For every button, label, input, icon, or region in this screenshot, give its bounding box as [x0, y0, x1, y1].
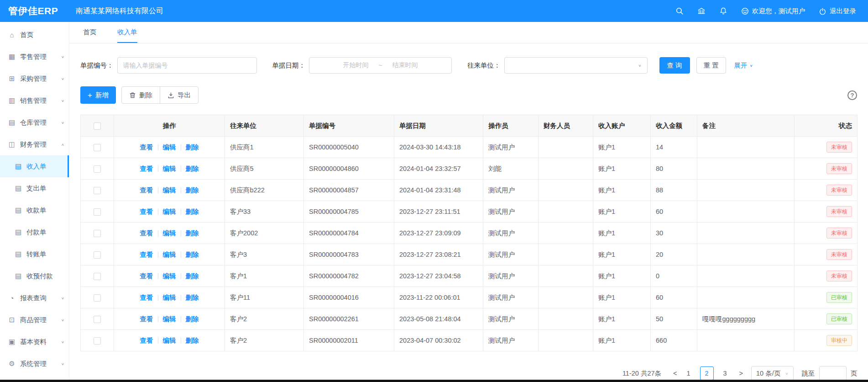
sidebar-item-advance-bill[interactable]: ▤ 收预付款 — [0, 265, 69, 287]
page-1-button[interactable]: 1 — [682, 366, 695, 380]
sidebar-item-goods-mgmt[interactable]: ⊡ 商品管理 ∨ — [0, 309, 69, 331]
delete-button[interactable]: 删除 — [121, 86, 160, 104]
sidebar-item-expense-bill[interactable]: ▤ 支出单 — [0, 177, 69, 199]
divider — [181, 144, 181, 150]
sidebar-item-receipt-bill[interactable]: ▤ 收款单 — [0, 199, 69, 221]
logout-button[interactable]: 退出登录 — [819, 7, 856, 16]
sidebar-item-label: 零售管理 — [20, 53, 61, 61]
row-checkbox[interactable] — [94, 273, 101, 280]
search-icon[interactable] — [675, 7, 684, 15]
delete-link[interactable]: 删除 — [186, 315, 199, 324]
bell-icon[interactable] — [719, 7, 727, 15]
edit-link[interactable]: 编辑 — [163, 207, 176, 216]
view-link[interactable]: 查看 — [140, 315, 153, 324]
delete-link[interactable]: 删除 — [186, 293, 199, 302]
sidebar-item-payment-bill[interactable]: ▤ 付款单 — [0, 221, 69, 243]
sidebar-item-income-bill[interactable]: ▤ 收入单 — [0, 155, 69, 177]
reset-button[interactable]: 重 置 — [696, 57, 726, 74]
edit-link[interactable]: 编辑 — [163, 143, 176, 152]
view-link[interactable]: 查看 — [140, 207, 153, 216]
welcome-user[interactable]: 欢迎您，测试用户 — [741, 7, 805, 16]
row-checkbox[interactable] — [94, 187, 101, 194]
delete-link[interactable]: 删除 — [186, 229, 199, 238]
cell-bill-no: SR00000004783 — [304, 244, 394, 265]
delete-link[interactable]: 删除 — [186, 207, 199, 216]
page-3-button[interactable]: 3 — [718, 366, 732, 380]
cell-bill-date: 2024-03-30 14:43:18 — [394, 137, 483, 158]
row-checkbox[interactable] — [94, 337, 101, 345]
status-badge: 未审核 — [826, 142, 852, 153]
export-button[interactable]: 导出 — [160, 86, 199, 104]
view-link[interactable]: 查看 — [140, 164, 153, 173]
view-link[interactable]: 查看 — [140, 186, 153, 195]
cell-finance-person — [539, 223, 593, 244]
edit-link[interactable]: 编辑 — [163, 336, 176, 345]
cell-bill-date: 2023-12-27 23:04:58 — [394, 265, 483, 287]
date-start-placeholder: 开始时间 — [343, 61, 368, 69]
download-icon — [167, 92, 174, 99]
col-finance-person: 财务人员 — [539, 115, 593, 137]
view-link[interactable]: 查看 — [140, 272, 153, 281]
sidebar-item-sales-mgmt[interactable]: ▥ 销售管理 ∨ — [0, 90, 69, 111]
row-checkbox[interactable] — [94, 208, 101, 216]
expand-filters-link[interactable]: 展开 ∨ — [734, 61, 753, 70]
sidebar-item-finance-mgmt[interactable]: ◫ 财务管理 ∧ — [0, 133, 69, 155]
delete-link[interactable]: 删除 — [186, 272, 199, 281]
delete-link[interactable]: 删除 — [186, 143, 199, 152]
smile-icon — [741, 7, 749, 15]
view-link[interactable]: 查看 — [140, 250, 153, 259]
sidebar-item-label: 财务管理 — [20, 140, 61, 149]
page-size-select[interactable]: 10 条/页 ∨ — [751, 366, 794, 381]
sidebar-item-system-mgmt[interactable]: ⚙ 系统管理 ∨ — [0, 353, 69, 375]
row-checkbox[interactable] — [94, 230, 101, 237]
select-all-checkbox[interactable] — [94, 122, 101, 130]
sidebar-item-report-query[interactable]: ◔ 报表查询 ∨ — [0, 287, 69, 309]
sidebar-item-retail-mgmt[interactable]: ▦ 零售管理 ∨ — [0, 46, 69, 68]
view-link[interactable]: 查看 — [140, 143, 153, 152]
sidebar-item-purchase-mgmt[interactable]: ⊞ 采购管理 ∨ — [0, 68, 69, 90]
cell-bill-date: 2023-12-27 23:09:09 — [394, 223, 483, 244]
edit-link[interactable]: 编辑 — [163, 315, 176, 324]
edit-link[interactable]: 编辑 — [163, 272, 176, 281]
sidebar-item-transfer-bill[interactable]: ▤ 转账单 — [0, 243, 69, 265]
delete-link[interactable]: 删除 — [186, 186, 199, 195]
edit-link[interactable]: 编辑 — [163, 293, 176, 302]
search-button[interactable]: 查 询 — [659, 57, 690, 74]
col-account: 收入账户 — [593, 115, 651, 137]
cell-amount: 80 — [651, 158, 697, 180]
row-checkbox[interactable] — [94, 294, 101, 302]
delete-link[interactable]: 删除 — [186, 164, 199, 173]
row-checkbox[interactable] — [94, 165, 101, 173]
edit-link[interactable]: 编辑 — [163, 186, 176, 195]
edit-link[interactable]: 编辑 — [163, 250, 176, 259]
prev-page-button[interactable]: < — [673, 370, 677, 377]
tab-home[interactable]: 首页 — [83, 22, 96, 43]
jump-page-input[interactable] — [819, 366, 847, 381]
next-page-button[interactable]: > — [739, 370, 743, 377]
col-partner: 往来单位 — [225, 115, 304, 137]
date-range-picker[interactable]: 开始时间 ~ 结束时间 — [309, 57, 452, 74]
view-link[interactable]: 查看 — [140, 336, 153, 345]
sidebar-item-warehouse-mgmt[interactable]: ▤ 仓库管理 ∨ — [0, 111, 69, 133]
main-area: 首页 收入单 单据编号： 单据日期： 开始时间 ~ 结束时间 往来单位： ∨ — [69, 22, 868, 382]
delete-link[interactable]: 删除 — [186, 336, 199, 345]
sidebar-item-home[interactable]: ⌂ 首页 — [0, 24, 69, 46]
edit-link[interactable]: 编辑 — [163, 229, 176, 238]
bill-no-input[interactable] — [117, 57, 257, 74]
partner-select[interactable]: ∨ — [504, 57, 648, 74]
delete-link[interactable]: 删除 — [186, 250, 199, 259]
view-link[interactable]: 查看 — [140, 229, 153, 238]
add-button[interactable]: + 新增 — [80, 86, 116, 104]
page-2-button[interactable]: 2 — [700, 366, 714, 380]
row-checkbox[interactable] — [94, 144, 101, 151]
bank-icon[interactable] — [697, 7, 706, 15]
view-link[interactable]: 查看 — [140, 293, 153, 302]
col-bill-date: 单据日期 — [394, 115, 483, 137]
row-checkbox[interactable] — [94, 251, 101, 259]
table-row: 查看编辑删除 客户2 SR00000002011 2023-04-07 00:3… — [81, 330, 858, 351]
sidebar-item-basic-data[interactable]: ▣ 基本资料 ∨ — [0, 331, 69, 353]
row-checkbox[interactable] — [94, 316, 101, 323]
help-icon[interactable]: ? — [847, 90, 857, 100]
edit-link[interactable]: 编辑 — [163, 164, 176, 173]
tab-income-bill[interactable]: 收入单 — [117, 22, 137, 43]
